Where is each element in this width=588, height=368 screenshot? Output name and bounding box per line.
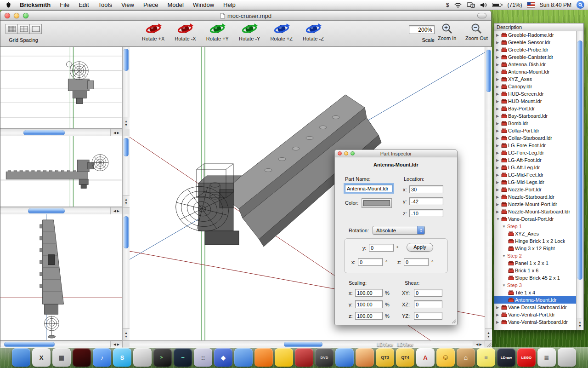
file-row[interactable]: Brick 1 x 6 <box>494 267 576 274</box>
scrollbar-track[interactable]: ▲▼ <box>122 214 130 340</box>
menu-app-name[interactable]: Bricksmith <box>15 1 55 8</box>
file-row[interactable]: ▶LG-Fore-Leg.ldr <box>494 149 576 156</box>
dock-grapher-icon[interactable]: ~ <box>174 348 192 367</box>
file-row[interactable]: XYZ_Axes <box>494 230 576 237</box>
description-column-header[interactable]: Description <box>494 23 583 31</box>
inspector-titlebar[interactable]: Part Inspector <box>335 150 457 157</box>
menu-window[interactable]: Window <box>188 0 219 10</box>
file-row[interactable]: ▶Greeble-Canister.ldr <box>494 53 576 61</box>
rotate-plus-y-button[interactable]: Rotate +Y <box>206 23 229 41</box>
location-y-input[interactable] <box>409 197 443 205</box>
file-row[interactable]: ▶Nozzle-Mount-Starboard.ldr <box>494 208 576 215</box>
wifi-menu-icon[interactable] <box>454 2 462 8</box>
stocks-menu-icon[interactable]: $ <box>446 2 449 8</box>
grid-fine-button[interactable] <box>6 24 18 34</box>
battery-menu-icon[interactable] <box>492 2 503 7</box>
file-row[interactable]: ▶Greeble-Probe.ldr <box>494 46 576 53</box>
file-row[interactable]: Hinge Brick 1 x 2 Lock <box>494 237 576 245</box>
dock-texteditor-app-icon[interactable]: A <box>416 348 435 367</box>
file-row[interactable]: Wing 3 x 12 Right <box>494 245 576 252</box>
menu-model[interactable]: Model <box>163 0 188 10</box>
scrollbar-thumb[interactable] <box>284 342 322 347</box>
zoom-out-button[interactable]: Zoom Out <box>465 23 488 41</box>
grid-coarse-button[interactable] <box>29 24 42 34</box>
file-row[interactable]: Antenna-Mount.ldr <box>494 296 576 304</box>
disclosure-triangle-icon[interactable]: ▶ <box>496 77 501 81</box>
scrollbar-arrows[interactable]: ▲▼ <box>123 328 130 340</box>
scrollbar-thumb[interactable] <box>4 342 55 347</box>
scrollbar-arrows[interactable]: ▲▼ <box>123 195 130 207</box>
rotation-y-input[interactable] <box>369 244 394 252</box>
file-row[interactable]: ▶XYZ_Axes <box>494 75 576 83</box>
scrollbar-thumb[interactable] <box>577 40 582 280</box>
file-row[interactable]: ▶Nozzle-Starboard.ldr <box>494 193 576 201</box>
dock-keypad-app-icon[interactable]: ▦ <box>52 348 71 367</box>
volume-menu-icon[interactable] <box>480 2 487 8</box>
disclosure-triangle-icon[interactable]: ▶ <box>496 129 501 133</box>
scrollbar-thumb[interactable] <box>124 138 129 156</box>
file-row[interactable]: ▶Antenna-Mount.ldr <box>494 68 576 75</box>
dock-penguin-app-icon[interactable] <box>133 348 152 367</box>
dock-ldraw-icon[interactable]: LDraw <box>497 348 515 367</box>
file-row[interactable]: ▶LG-Mid-Feet.ldr <box>494 171 576 178</box>
viewport-top-canvas[interactable] <box>0 47 122 129</box>
file-row[interactable]: ▶Bomb.ldr <box>494 120 576 127</box>
menu-file[interactable]: File <box>55 0 74 10</box>
dock-terminal-icon[interactable]: >_ <box>153 348 172 367</box>
step-row[interactable]: ▼Step 1 <box>494 223 576 230</box>
dock-blue-gem-app-icon[interactable]: ◆ <box>214 348 232 367</box>
zoom-button[interactable] <box>23 13 28 18</box>
scale-x-input[interactable] <box>355 289 383 297</box>
shear-yz-input[interactable] <box>414 312 442 320</box>
apply-button[interactable]: Apply <box>407 243 433 252</box>
scrollbar-thumb[interactable] <box>124 49 129 71</box>
shear-xz-input[interactable] <box>414 300 442 308</box>
dock-dvd-player-icon[interactable]: DVD <box>315 348 334 367</box>
file-row[interactable]: Tile 1 x 4 <box>494 289 576 296</box>
menu-clock[interactable]: Sun 8:40 PM <box>540 2 571 8</box>
menu-piece[interactable]: Piece <box>139 0 163 10</box>
dock-red-media-app-icon[interactable] <box>73 348 91 367</box>
disclosure-triangle-icon[interactable]: ▶ <box>496 166 501 170</box>
part-name-input[interactable] <box>345 184 393 192</box>
scale-y-input[interactable] <box>355 300 383 308</box>
disclosure-triangle-icon[interactable]: ▶ <box>496 114 501 118</box>
step-row[interactable]: ▼Step 3 <box>494 282 576 289</box>
disclosure-triangle-icon[interactable]: ▶ <box>496 320 501 324</box>
dock-lego-icon[interactable]: LEGO <box>517 348 536 367</box>
scrollbar-thumb[interactable] <box>28 208 65 213</box>
disclosure-triangle-icon[interactable]: ▶ <box>496 136 501 140</box>
scrollbar-track[interactable]: ◀▶ <box>0 129 122 136</box>
disclosure-triangle-icon[interactable]: ▶ <box>496 195 501 199</box>
minimize-button[interactable] <box>14 13 19 18</box>
disclosure-triangle-icon[interactable]: ▶ <box>496 180 501 184</box>
file-row[interactable]: ▶Collar-Starboard.ldr <box>494 134 576 142</box>
file-row[interactable]: ▶HUD-Mount.ldr <box>494 98 576 105</box>
file-row[interactable]: ▶Antenna-Dish.ldr <box>494 61 576 68</box>
displays-menu-icon[interactable]: 2 <box>467 2 475 8</box>
file-row[interactable]: Slope Brick 45 2 x 1 <box>494 274 576 282</box>
scale-input[interactable] <box>409 25 435 34</box>
palette-resize-grip[interactable] <box>451 318 456 324</box>
dock-smiley-app-icon[interactable]: ☺ <box>436 348 455 367</box>
scrollbar-thumb[interactable] <box>124 216 129 248</box>
scrollbar-track[interactable]: ▲▼ <box>122 47 130 129</box>
scrollbar-track[interactable]: ▲▼ <box>576 31 583 330</box>
file-row[interactable]: ▶Collar-Port.ldr <box>494 127 576 134</box>
file-row[interactable]: ▶Nozzle-Mount-Port.ldr <box>494 201 576 208</box>
dock-itunes-icon[interactable]: ♪ <box>93 348 111 367</box>
dock-google-earth-icon[interactable] <box>335 348 354 367</box>
scrollbar-arrows[interactable]: ◀▶ <box>110 207 122 214</box>
disclosure-triangle-icon[interactable]: ▶ <box>496 188 501 192</box>
step-row[interactable]: ▼Step 2 <box>494 252 576 259</box>
disclosure-triangle-icon[interactable]: ▶ <box>496 121 501 126</box>
window-titlebar[interactable]: moc-cruiser.mpd <box>0 11 491 21</box>
disclosure-triangle-icon[interactable]: ▼ <box>496 217 501 221</box>
disclosure-triangle-icon[interactable]: ▼ <box>502 283 507 288</box>
color-well[interactable] <box>362 198 392 208</box>
dock-safari-icon[interactable] <box>234 348 253 367</box>
disclosure-triangle-icon[interactable]: ▶ <box>496 210 501 214</box>
menu-tools[interactable]: Tools <box>94 0 117 10</box>
location-x-input[interactable] <box>409 185 443 193</box>
dock-dice-app-icon[interactable]: :: <box>194 348 212 367</box>
